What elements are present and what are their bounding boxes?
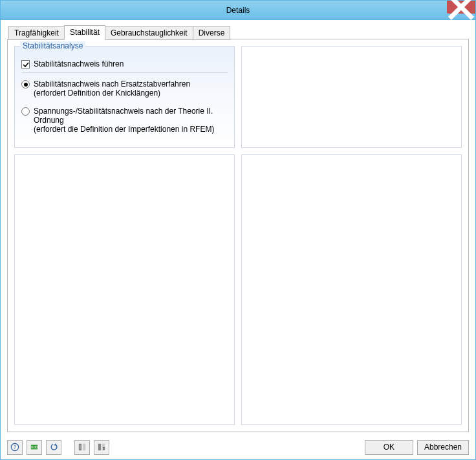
tab-stabilitaet[interactable]: Stabilität: [64, 25, 105, 39]
row-perform-stability: Stabilitätsnachweis führen: [21, 59, 228, 68]
tab-strip: Tragfähigkeit Stabilität Gebrauchstaugli…: [7, 25, 469, 39]
units-icon: 0.00: [30, 443, 39, 452]
label-radio1-line2: (erfordert Definition der Knicklängen): [34, 89, 160, 98]
svg-rect-6: [98, 444, 101, 451]
svg-text:?: ?: [14, 444, 16, 450]
separator: [21, 72, 228, 73]
label-radio-equivalent-member: Stabilitätsnachweis nach Ersatzstabverfa…: [34, 79, 190, 98]
upper-row: Stabilitätsanalyse Stabilitätsnachweis f…: [14, 46, 462, 148]
dialog-window: Details Tragfähigkeit Stabilität Gebrauc…: [0, 0, 476, 460]
help-button[interactable]: ?: [7, 440, 23, 455]
row-radio-second-order: Spannungs-/Stabilitätsnachweis nach der …: [21, 107, 228, 134]
standard-icon: [78, 443, 87, 452]
units-button[interactable]: 0.00: [27, 440, 42, 455]
standard-1-button[interactable]: [74, 440, 90, 455]
tab-tragfaehigkeit[interactable]: Tragfähigkeit: [8, 26, 65, 40]
radio-equivalent-member[interactable]: [21, 80, 30, 89]
standard-2-icon: $: [97, 443, 106, 452]
standard-2-button[interactable]: $: [94, 440, 109, 455]
group-legend: Stabilitätsanalyse: [20, 41, 85, 50]
svg-text:0.00: 0.00: [31, 445, 38, 449]
svg-rect-5: [83, 444, 85, 451]
window-title: Details: [1, 6, 475, 15]
label-radio-second-order: Spannungs-/Stabilitätsnachweis nach der …: [34, 107, 228, 134]
close-icon: [447, 0, 475, 21]
cancel-button[interactable]: Abbrechen: [417, 440, 469, 455]
label-radio2-line2: (erfordert die Definition der Imperfekti…: [34, 125, 214, 134]
lower-row: [14, 154, 462, 425]
tab-panel: Stabilitätsanalyse Stabilitätsnachweis f…: [7, 39, 469, 432]
checkbox-perform-stability[interactable]: [21, 60, 30, 68]
label-perform-stability: Stabilitätsnachweis führen: [34, 59, 124, 68]
group-stability-analysis: Stabilitätsanalyse Stabilitätsnachweis f…: [14, 46, 235, 148]
titlebar: Details: [1, 1, 475, 20]
radio-dot-icon: [24, 83, 28, 87]
ok-button[interactable]: OK: [365, 440, 413, 455]
svg-text:$: $: [103, 446, 105, 450]
help-icon: ?: [10, 443, 19, 452]
group-lower-left-empty: [14, 154, 235, 425]
row-radio-equivalent-member: Stabilitätsnachweis nach Ersatzstabverfa…: [21, 79, 228, 98]
reset-button[interactable]: [46, 440, 61, 455]
label-radio1-line1: Stabilitätsnachweis nach Ersatzstabverfa…: [34, 79, 190, 89]
radio-second-order[interactable]: [21, 107, 30, 116]
client-area: Tragfähigkeit Stabilität Gebrauchstaugli…: [1, 20, 475, 439]
group-upper-right-empty: [241, 46, 462, 148]
bottom-toolbar: ? 0.00 $ OK Abbrechen: [1, 439, 475, 459]
tab-gebrauchstauglichkeit[interactable]: Gebrauchstauglichkeit: [105, 26, 193, 40]
reset-icon: [49, 443, 58, 452]
group-lower-right-empty: [241, 154, 462, 425]
check-icon: [23, 61, 29, 68]
tab-diverse[interactable]: Diverse: [193, 26, 231, 40]
label-radio2-line1: Spannungs-/Stabilitätsnachweis nach der …: [34, 107, 213, 125]
close-button[interactable]: [447, 1, 475, 14]
